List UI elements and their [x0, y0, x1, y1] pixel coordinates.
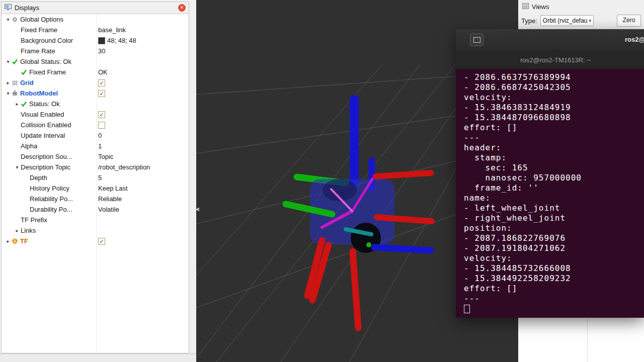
- property-name: TF: [20, 237, 28, 245]
- tree-row[interactable]: ▾Global Options: [2, 14, 189, 25]
- terminal-tabbar[interactable]: ros2@ros2-TM1613R: ~: [456, 51, 644, 69]
- terminal-tab-title: ros2@ros2-TM1613R: ~: [520, 56, 591, 64]
- expand-arrow-right-icon[interactable]: ▸: [14, 228, 21, 233]
- checkbox-checked-icon[interactable]: ✓: [98, 111, 105, 118]
- tree-row[interactable]: ▸Status: Ok: [2, 99, 189, 109]
- enable-checkbox[interactable]: ✓: [98, 238, 105, 245]
- view-type-label: Type:: [521, 17, 537, 25]
- expand-arrow-right-icon[interactable]: ▸: [5, 80, 12, 85]
- check-icon: [21, 101, 29, 107]
- tree-row[interactable]: Fixed FrameOK: [2, 67, 189, 77]
- tree-row[interactable]: Description Sou...Topic: [2, 151, 189, 162]
- terminal-line: - 15.384487096680898: [464, 113, 644, 123]
- check-icon: [21, 69, 29, 75]
- expand-arrow-down-icon[interactable]: ▾: [5, 90, 12, 96]
- tree-row[interactable]: Frame Rate30: [2, 46, 189, 56]
- property-value[interactable]: 48; 48; 48: [98, 37, 136, 44]
- tree-row[interactable]: ▾Global Status: Ok: [2, 56, 189, 67]
- terminal-titlebar[interactable]: ros2@ros2-TM1613R: ~: [456, 29, 644, 51]
- tree-row[interactable]: ▾RobotModel✓: [2, 88, 189, 99]
- tree-row[interactable]: ▸Grid✓: [2, 77, 189, 88]
- terminal-line: ---: [464, 294, 644, 304]
- displays-tree: ▾Global OptionsFixed Framebase_linkBackg…: [2, 14, 189, 353]
- property-name: Grid: [20, 79, 34, 86]
- checkbox-unchecked-icon[interactable]: [98, 122, 105, 129]
- tree-row[interactable]: Background Color48; 48; 48: [2, 35, 189, 46]
- property-value[interactable]: Reliable: [98, 195, 122, 203]
- views-panel-icon: [522, 3, 529, 11]
- expand-arrow-down-icon[interactable]: ▾: [5, 17, 12, 22]
- color-swatch: [98, 37, 105, 44]
- property-value-text: 48; 48; 48: [107, 37, 136, 44]
- tree-row[interactable]: Depth5: [2, 172, 189, 183]
- terminal-cursor-line: [464, 304, 644, 314]
- property-value[interactable]: 30: [98, 47, 105, 55]
- property-value[interactable]: /robot_description: [98, 163, 150, 171]
- checkbox-checked-icon[interactable]: ✓: [98, 79, 105, 86]
- views-panel-title: Views: [532, 3, 549, 11]
- property-name: History Policy: [30, 185, 69, 192]
- terminal-line: position:: [464, 223, 644, 233]
- property-name: Visual Enabled: [21, 111, 64, 118]
- displays-panel-icon: [5, 4, 12, 12]
- terminal-line: - 2087.186822769076: [464, 233, 644, 243]
- tree-row[interactable]: Visual Enabled✓: [2, 109, 189, 120]
- property-name: Background Color: [21, 37, 73, 44]
- terminal-line: velocity:: [464, 93, 644, 103]
- displays-panel: Displays ✕ ▾Global OptionsFixed Framebas…: [1, 2, 189, 353]
- views-panel-header[interactable]: Views: [518, 0, 644, 13]
- tree-row[interactable]: Reliability Po...Reliable: [2, 194, 189, 204]
- property-value[interactable]: 5: [98, 174, 102, 182]
- checkbox-checked-icon[interactable]: ✓: [98, 238, 105, 245]
- property-value[interactable]: 1: [98, 142, 102, 150]
- tree-row[interactable]: Update Interval0: [2, 130, 189, 141]
- property-value[interactable]: OK: [98, 68, 108, 76]
- splitter-collapse-icon[interactable]: ◀: [195, 206, 199, 212]
- view-type-dropdown[interactable]: Orbit (rviz_defau ▾: [540, 15, 594, 26]
- property-value[interactable]: Keep Last: [98, 185, 128, 192]
- tree-row[interactable]: ▾Description Topic/robot_description: [2, 162, 189, 172]
- expand-arrow-right-icon[interactable]: ▸: [5, 238, 12, 244]
- property-name: Alpha: [21, 142, 37, 150]
- terminal-line: - 2087.191804271062: [464, 243, 644, 253]
- enable-checkbox[interactable]: ✓: [98, 79, 105, 86]
- tree-row[interactable]: Fixed Framebase_link: [2, 25, 189, 35]
- new-tab-button[interactable]: [470, 33, 484, 46]
- expand-arrow-down-icon[interactable]: ▾: [14, 164, 21, 170]
- property-value[interactable]: Volatile: [98, 206, 119, 213]
- property-name: Collision Enabled: [21, 121, 71, 129]
- property-name: Update Interval: [21, 132, 65, 139]
- zero-button[interactable]: Zero: [617, 15, 641, 27]
- tree-row[interactable]: History PolicyKeep Last: [2, 183, 189, 194]
- grid-icon: [12, 79, 20, 86]
- tree-row[interactable]: TF Prefix: [2, 215, 189, 225]
- property-name: Links: [21, 227, 36, 234]
- tree-row[interactable]: Durability Po...Volatile: [2, 204, 189, 215]
- terminal-line: - 15.384485732666008: [464, 263, 644, 274]
- enable-checkbox[interactable]: ✓: [98, 111, 105, 118]
- terminal-line: name:: [464, 193, 644, 203]
- terminal-line: header:: [464, 143, 644, 153]
- expand-arrow-right-icon[interactable]: ▸: [14, 101, 21, 107]
- property-name: Global Status: Ok: [20, 58, 71, 65]
- terminal-output[interactable]: - 2086.6637576389994- 2086.6687425042305…: [456, 69, 644, 318]
- expand-arrow-down-icon[interactable]: ▾: [5, 59, 12, 64]
- terminal-window-title: ros2@ros2-TM1613R: ~: [625, 36, 644, 43]
- checkbox-checked-icon[interactable]: ✓: [98, 90, 105, 97]
- tree-row[interactable]: Collision Enabled: [2, 120, 189, 130]
- enable-checkbox[interactable]: [98, 122, 105, 129]
- terminal-line: sec: 165: [464, 163, 644, 173]
- enable-checkbox[interactable]: ✓: [98, 90, 105, 97]
- property-value[interactable]: 0: [98, 132, 102, 139]
- property-name: Global Options: [20, 16, 63, 23]
- tree-row[interactable]: ▸Links: [2, 225, 189, 236]
- property-value[interactable]: base_link: [98, 26, 126, 34]
- property-value[interactable]: Topic: [98, 153, 113, 160]
- robot-model: [297, 100, 431, 188]
- displays-panel-header[interactable]: Displays ✕: [2, 2, 189, 14]
- terminal-line: effort: []: [464, 284, 644, 294]
- terminal-line: - left_wheel_joint: [464, 203, 644, 213]
- close-panel-icon[interactable]: ✕: [178, 4, 186, 12]
- tree-row[interactable]: Alpha1: [2, 141, 189, 151]
- tree-row[interactable]: ▸TF✓: [2, 236, 189, 246]
